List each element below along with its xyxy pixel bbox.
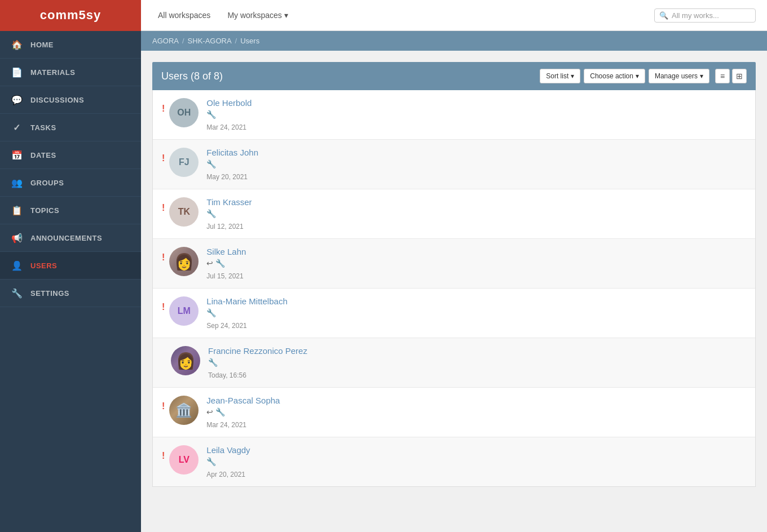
user-name[interactable]: Ole Herbold [206,98,419,108]
sidebar-item-home[interactable]: 🏠HOME [0,31,141,59]
exclamation-icon: ! [162,302,165,312]
grid-view-icon[interactable]: ⊞ [732,69,747,83]
avatar: LV [169,445,199,475]
user-info: Leila Vagdy🔧Apr 20, 2021 [206,445,419,478]
sidebar: 🏠HOME📄MATERIALS💬DISCUSSIONS✓TASKS📅DATES👥… [0,31,141,532]
user-date: Apr 20, 2021 [206,468,419,478]
user-icon[interactable]: ↩ [206,407,213,416]
user-icon[interactable]: 🔧 [206,457,216,466]
list-view-icon[interactable]: ≡ [715,69,730,83]
sidebar-item-label-users: USERS [30,261,57,270]
user-icon[interactable]: 🔧 [215,407,225,416]
sidebar-item-settings[interactable]: 🔧SETTINGS [0,280,141,307]
top-nav: comm5sy All workspaces My workspaces ▾ 🔍… [0,0,767,31]
user-action-icons: ↩🔧 [206,407,419,416]
sort-list-button[interactable]: Sort list ▾ [540,69,580,83]
user-name[interactable]: Leila Vagdy [206,445,419,455]
user-icon[interactable]: 🔧 [206,159,216,169]
user-icon[interactable]: 🔧 [215,259,225,268]
exclamation-icon: ! [162,252,165,263]
settings-icon: 🔧 [11,287,23,299]
user-action-icons: 🔧 [206,308,419,317]
all-workspaces-link[interactable]: All workspaces [158,11,210,20]
sidebar-item-label-settings: SETTINGS [30,289,69,298]
user-name[interactable]: Silke Lahn [206,247,419,256]
chevron-down-icon: ▾ [700,72,703,80]
my-workspaces-link[interactable]: My workspaces ▾ [227,11,288,20]
avatar: FJ [169,148,199,177]
user-action-icons: 🔧 [206,209,419,218]
user-icon[interactable]: 🔧 [206,209,216,218]
announcements-icon: 📢 [11,232,23,243]
sidebar-item-label-discussions: DISCUSSIONS [30,96,84,104]
discussions-icon: 💬 [11,94,23,105]
sidebar-item-label-home: HOME [30,41,54,49]
sidebar-item-label-tasks: TASKS [30,123,56,132]
table-row: !👩Silke Lahn↩🔧Jul 15, 2021 [153,239,755,289]
logo[interactable]: comm5sy [0,0,141,31]
panel-title: Users (8 of 8) [161,70,223,82]
sidebar-item-label-dates: DATES [30,151,56,159]
user-date: Sep 24, 2021 [206,320,419,330]
user-date: Mar 24, 2021 [206,419,419,429]
user-icon[interactable]: 🔧 [208,358,218,367]
sidebar-item-materials[interactable]: 📄MATERIALS [0,59,141,86]
sidebar-item-label-materials: MATERIALS [30,68,75,77]
user-icon[interactable]: ↩ [206,259,213,268]
breadcrumb: AGORA / SHK-AGORA / Users [141,31,767,51]
user-name[interactable]: Tim Krasser [206,197,419,207]
header-actions: Sort list ▾ Choose action ▾ Manage users… [540,69,747,83]
sidebar-item-discussions[interactable]: 💬DISCUSSIONS [0,86,141,114]
breadcrumb-agora[interactable]: AGORA [152,37,179,45]
user-date: Jul 15, 2021 [206,270,419,280]
manage-users-button[interactable]: Manage users ▾ [649,69,709,83]
table-row: !🏛️Jean-Pascal Sopha↩🔧Mar 24, 2021 [153,388,755,437]
home-icon: 🏠 [11,39,23,50]
user-info: Lina-Marie Mittelbach🔧Sep 24, 2021 [206,296,419,330]
table-row: !FJFelicitas John🔧May 20, 2021 [153,140,755,189]
users-panel: Users (8 of 8) Sort list ▾ Choose action… [141,51,767,532]
sidebar-item-tasks[interactable]: ✓TASKS [0,114,141,141]
sidebar-item-label-groups: GROUPS [30,179,64,187]
sidebar-item-groups[interactable]: 👥GROUPS [0,169,141,197]
user-info: Tim Krasser🔧Jul 12, 2021 [206,197,419,230]
user-name[interactable]: Felicitas John [206,148,419,157]
content-area: AGORA / SHK-AGORA / Users Users (8 of 8)… [141,31,767,532]
avatar: 🏛️ [169,396,199,425]
search-box[interactable]: 🔍 All my works... [654,8,756,23]
breadcrumb-sep2: / [235,37,237,45]
search-icon: 🔍 [659,11,668,20]
exclamation-icon: ! [162,451,165,461]
breadcrumb-shk-agora[interactable]: SHK-AGORA [188,37,232,45]
sidebar-item-dates[interactable]: 📅DATES [0,141,141,169]
user-icon[interactable]: 🔧 [206,308,216,317]
user-name[interactable]: Lina-Marie Mittelbach [206,296,419,306]
user-info: Francine Rezzonico Perez🔧Today, 16:56 [208,346,419,379]
table-row: !OHOle Herbold🔧Mar 24, 2021 [153,90,755,140]
avatar: TK [169,197,199,227]
sidebar-item-users[interactable]: 👤USERS [0,252,141,280]
user-name[interactable]: Francine Rezzonico Perez [208,346,419,356]
user-date: Today, 16:56 [208,369,419,379]
user-icon[interactable]: 🔧 [206,110,216,119]
table-row: !LVLeila Vagdy🔧Apr 20, 2021 [153,437,755,486]
avatar: OH [169,98,199,127]
choose-action-button[interactable]: Choose action ▾ [584,69,645,83]
user-date: Jul 12, 2021 [206,220,419,230]
table-row: 👩Francine Rezzonico Perez🔧Today, 16:56 [153,338,755,388]
user-name[interactable]: Jean-Pascal Sopha [206,396,419,405]
user-action-icons: 🔧 [206,159,419,169]
sidebar-item-topics[interactable]: 📋TOPICS [0,197,141,224]
chevron-down-icon: ▾ [636,72,639,80]
user-info: Silke Lahn↩🔧Jul 15, 2021 [206,247,419,280]
topics-icon: 📋 [11,205,23,216]
users-list: !OHOle Herbold🔧Mar 24, 2021!FJFelicitas … [152,90,756,487]
user-date: Mar 24, 2021 [206,121,419,131]
table-row: !TKTim Krasser🔧Jul 12, 2021 [153,189,755,239]
dates-icon: 📅 [11,149,23,161]
panel-header: Users (8 of 8) Sort list ▾ Choose action… [152,62,756,90]
view-icons: ≡ ⊞ [715,69,747,83]
avatar: 👩 [169,247,199,276]
chevron-down-icon: ▾ [571,72,574,80]
sidebar-item-announcements[interactable]: 📢ANNOUNCEMENTS [0,224,141,252]
